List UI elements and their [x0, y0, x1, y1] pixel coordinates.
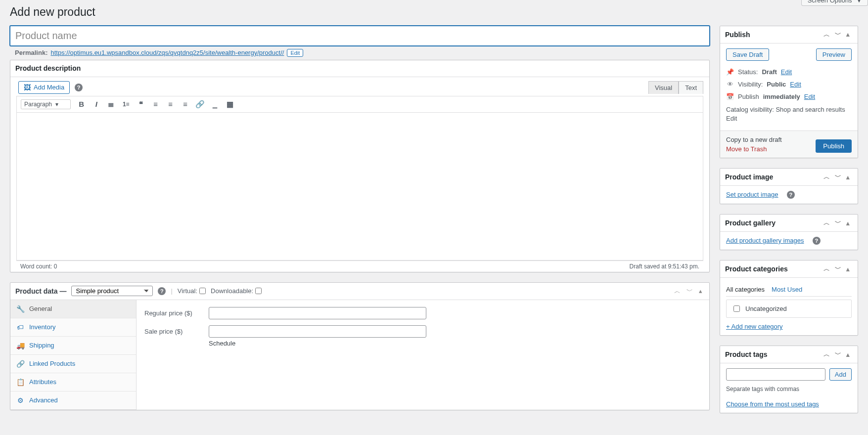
catalog-edit[interactable]: Edit [726, 115, 737, 122]
downloadable-checkbox-label[interactable]: Downloadable: [211, 287, 262, 295]
bold-icon[interactable]: B [76, 98, 88, 110]
move-up-icon[interactable]: ︿ [672, 286, 683, 297]
align-right-icon[interactable]: ≡ [180, 98, 191, 110]
help-icon[interactable]: ? [813, 237, 821, 245]
category-tab-most-used[interactable]: Most Used [772, 283, 802, 296]
product-name-input[interactable] [10, 26, 710, 46]
calendar-icon: 📅 [726, 93, 734, 100]
product-data-box: Product data — Simple product ? | Virtua… [10, 282, 710, 410]
editor-textarea[interactable] [16, 112, 703, 261]
pd-tab-shipping[interactable]: 🚚 Shipping [10, 337, 136, 355]
move-up-icon[interactable]: ︿ [822, 171, 831, 183]
toggle-icon[interactable]: ▴ [845, 263, 851, 275]
move-down-icon[interactable]: ﹀ [834, 348, 842, 361]
pd-tab-attributes[interactable]: 📋 Attributes [10, 373, 136, 392]
help-icon[interactable]: ? [787, 191, 795, 199]
description-box-title: Product description [15, 62, 81, 74]
pd-tab-general-label: General [29, 305, 52, 312]
move-down-icon[interactable]: ﹀ [834, 262, 842, 275]
visibility-value: Public [767, 81, 786, 88]
format-select[interactable]: Paragraph ▾ [21, 99, 71, 109]
publish-time-edit[interactable]: Edit [804, 93, 815, 100]
autosave-status: Draft saved at 9:51:43 pm. [630, 263, 699, 270]
choose-used-tags-link[interactable]: Choose from the most used tags [726, 400, 819, 408]
move-to-trash-link[interactable]: Move to Trash [726, 145, 782, 153]
category-label-uncategorized: Uncategorized [745, 305, 787, 312]
screen-options-button[interactable]: Screen Options ▼ [801, 0, 868, 6]
add-gallery-images-link[interactable]: Add product gallery images [726, 237, 804, 244]
insert-more-icon[interactable]: ⎯ [209, 98, 221, 110]
help-icon[interactable]: ? [158, 287, 166, 295]
italic-icon[interactable]: I [91, 98, 102, 110]
pd-tab-linked[interactable]: 🔗 Linked Products [10, 355, 136, 373]
virtual-checkbox[interactable] [199, 288, 206, 294]
link-icon: 🔗 [16, 360, 24, 368]
toolbar-toggle-icon[interactable]: ▦ [224, 98, 236, 110]
pd-tab-attributes-label: Attributes [29, 378, 56, 386]
pd-tab-inventory-label: Inventory [29, 323, 55, 331]
gear-icon: ⚙ [16, 396, 24, 404]
product-data-label: Product data — [15, 287, 66, 295]
list-icon: 📋 [16, 378, 24, 386]
truck-icon: 🚚 [16, 342, 24, 349]
virtual-checkbox-label[interactable]: Virtual: [178, 287, 206, 295]
tab-visual[interactable]: Visual [648, 81, 679, 94]
tag-input[interactable] [726, 368, 825, 381]
publish-time-value: immediately [763, 93, 800, 100]
align-left-icon[interactable]: ≡ [150, 98, 162, 110]
numbered-list-icon[interactable]: 1≡ [120, 98, 132, 110]
regular-price-label: Regular price ($) [144, 309, 209, 317]
move-up-icon[interactable]: ︿ [822, 217, 831, 229]
add-new-category-link[interactable]: + Add new category [726, 323, 783, 330]
sale-price-label: Sale price ($) [144, 328, 209, 335]
link-icon[interactable]: 🔗 [194, 98, 206, 110]
permalink-url[interactable]: https://optimus.eu1.wpsandbox.cloud/zqs/… [50, 49, 284, 56]
move-up-icon[interactable]: ︿ [822, 348, 831, 361]
category-tab-all[interactable]: All categories [726, 283, 765, 296]
move-down-icon[interactable]: ﹀ [834, 217, 842, 229]
publish-title: Publish [725, 29, 750, 41]
regular-price-input[interactable] [209, 307, 426, 319]
product-gallery-title: Product gallery [725, 217, 776, 229]
help-icon[interactable]: ? [75, 84, 83, 91]
catalog-value: Shop and search results [776, 106, 845, 113]
move-up-icon[interactable]: ︿ [822, 28, 831, 41]
pd-tab-inventory[interactable]: 🏷 Inventory [10, 318, 136, 337]
toggle-icon[interactable]: ▴ [845, 172, 851, 183]
add-media-button[interactable]: 🖼 Add Media [18, 81, 70, 94]
product-type-select[interactable]: Simple product [71, 286, 153, 296]
move-up-icon[interactable]: ︿ [822, 262, 831, 275]
publish-button[interactable]: Publish [816, 139, 852, 153]
screen-options-label: Screen Options [808, 0, 852, 4]
pd-tab-advanced[interactable]: ⚙ Advanced [10, 392, 136, 410]
status-value: Draft [762, 68, 777, 76]
copy-draft-link[interactable]: Copy to a new draft [726, 136, 782, 143]
move-down-icon[interactable]: ﹀ [685, 286, 695, 297]
blockquote-icon[interactable]: ❝ [135, 98, 147, 110]
category-checkbox-uncategorized[interactable] [733, 305, 740, 312]
toggle-icon[interactable]: ▴ [845, 29, 851, 40]
visibility-edit[interactable]: Edit [790, 81, 801, 88]
add-tag-button[interactable]: Add [829, 368, 852, 381]
move-down-icon[interactable]: ﹀ [834, 171, 842, 183]
move-down-icon[interactable]: ﹀ [834, 28, 842, 41]
status-edit[interactable]: Edit [781, 68, 792, 76]
pd-tab-linked-label: Linked Products [29, 360, 75, 367]
sale-price-input[interactable] [209, 325, 426, 338]
toggle-icon[interactable]: ▴ [845, 349, 851, 360]
permalink-edit-button[interactable]: Edit [287, 49, 303, 57]
tab-text[interactable]: Text [679, 81, 703, 94]
set-product-image-link[interactable]: Set product image [726, 191, 778, 198]
pd-tab-shipping-label: Shipping [29, 342, 54, 349]
toggle-icon[interactable]: ▴ [845, 218, 851, 229]
category-item-uncategorized[interactable]: Uncategorized [731, 304, 846, 313]
schedule-link[interactable]: Schedule [209, 340, 235, 347]
save-draft-button[interactable]: Save Draft [726, 48, 769, 61]
align-center-icon[interactable]: ≡ [165, 98, 177, 110]
tags-hint: Separate tags with commas [726, 386, 852, 392]
downloadable-checkbox[interactable] [255, 288, 262, 294]
toggle-icon[interactable]: ▴ [697, 286, 704, 296]
bullet-list-icon[interactable]: ≣ [105, 98, 117, 110]
pd-tab-general[interactable]: 🔧 General [10, 300, 136, 318]
preview-button[interactable]: Preview [816, 48, 852, 61]
